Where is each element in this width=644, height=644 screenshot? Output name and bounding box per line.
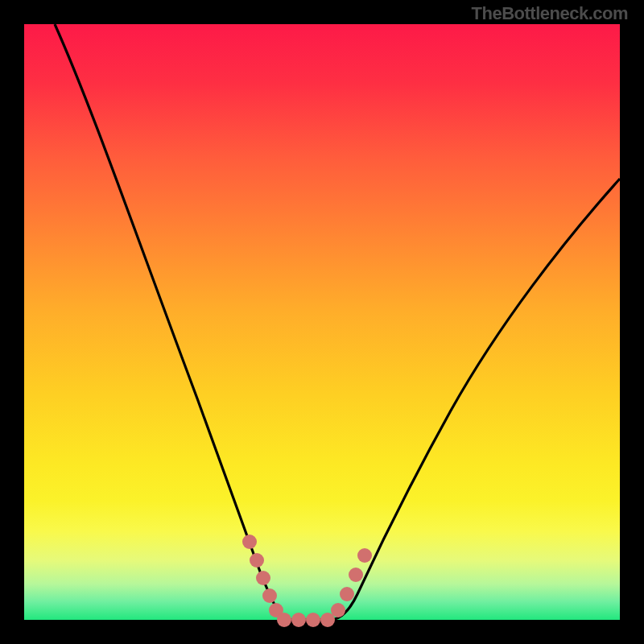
- svg-point-0: [242, 535, 257, 549]
- svg-point-10: [340, 587, 354, 601]
- svg-point-6: [291, 613, 306, 627]
- chart-container: TheBottleneck.com: [0, 0, 644, 644]
- watermark-text: TheBottleneck.com: [472, 3, 628, 24]
- svg-point-1: [250, 553, 264, 568]
- chart-svg: [0, 0, 644, 644]
- svg-point-12: [357, 548, 372, 563]
- svg-point-2: [256, 571, 270, 585]
- svg-point-3: [262, 588, 277, 603]
- svg-point-7: [306, 613, 320, 627]
- plot-area: [24, 24, 620, 620]
- svg-point-9: [331, 603, 345, 617]
- svg-point-11: [349, 568, 363, 582]
- svg-point-5: [277, 613, 291, 627]
